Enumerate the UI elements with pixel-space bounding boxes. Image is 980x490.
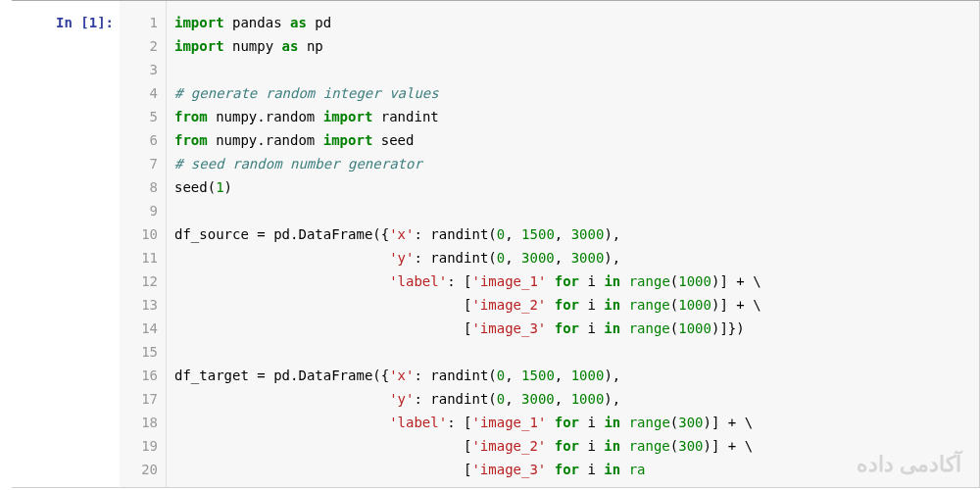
- line-number: 3: [120, 58, 158, 81]
- code-line[interactable]: [174, 199, 969, 222]
- code-line[interactable]: df_source = pd.DataFrame({'x': randint(0…: [174, 222, 969, 246]
- code-line[interactable]: from numpy.random import randint: [174, 105, 969, 128]
- code-line[interactable]: 'label': ['image_1' for i in range(1000)…: [174, 270, 969, 293]
- code-line[interactable]: seed(1): [174, 175, 969, 199]
- line-number: 2: [120, 34, 158, 58]
- line-number: 10: [120, 222, 158, 246]
- line-number-gutter: 1234567891011121314151617181920: [120, 1, 167, 487]
- code-line[interactable]: ['image_3' for i in ra: [174, 458, 969, 481]
- code-cell: In [1]: 1234567891011121314151617181920 …: [12, 0, 980, 488]
- code-line[interactable]: ['image_2' for i in range(1000)] + \: [174, 293, 969, 317]
- line-number: 18: [120, 411, 158, 434]
- code-line[interactable]: ['image_2' for i in range(300)] + \: [174, 434, 969, 458]
- line-number: 11: [120, 246, 158, 270]
- code-line[interactable]: from numpy.random import seed: [174, 128, 969, 152]
- line-number: 13: [120, 293, 158, 317]
- code-line[interactable]: import numpy as np: [174, 34, 969, 58]
- code-line[interactable]: import pandas as pd: [174, 11, 969, 34]
- code-line[interactable]: 'y': randint(0, 3000, 1000),: [174, 387, 969, 411]
- code-line[interactable]: # generate random integer values: [174, 81, 969, 105]
- execution-prompt: In [1]:: [16, 11, 114, 34]
- code-line[interactable]: 'label': ['image_1' for i in range(300)]…: [174, 411, 969, 434]
- code-line[interactable]: 'y': randint(0, 3000, 3000),: [174, 246, 969, 270]
- line-number: 4: [120, 81, 158, 105]
- line-number: 1: [120, 11, 158, 34]
- line-number: 20: [120, 458, 158, 481]
- code-line[interactable]: # seed random number generator: [174, 152, 969, 175]
- line-number: 8: [120, 175, 158, 199]
- line-number: 9: [120, 199, 158, 222]
- line-number: 15: [120, 340, 158, 364]
- line-number: 14: [120, 317, 158, 340]
- code-line[interactable]: df_target = pd.DataFrame({'x': randint(0…: [174, 364, 969, 387]
- line-number: 17: [120, 387, 158, 411]
- line-number: 5: [120, 105, 158, 128]
- code-line[interactable]: [174, 58, 969, 81]
- line-number: 12: [120, 270, 158, 293]
- line-number: 16: [120, 364, 158, 387]
- line-number: 19: [120, 434, 158, 458]
- line-number: 7: [120, 152, 158, 175]
- code-line[interactable]: [174, 340, 969, 364]
- line-number: 6: [120, 128, 158, 152]
- code-editor[interactable]: import pandas as pdimport numpy as np# g…: [167, 1, 979, 487]
- code-line[interactable]: ['image_3' for i in range(1000)]}): [174, 317, 969, 340]
- prompt-column: In [1]:: [12, 1, 120, 487]
